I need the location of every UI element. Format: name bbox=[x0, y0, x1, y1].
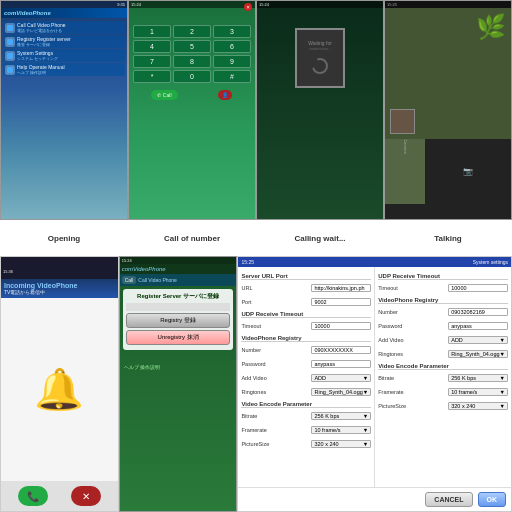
number-value[interactable]: 090XXXXXXXX bbox=[311, 346, 371, 354]
right-udp-title: UDP Receive Timeout bbox=[378, 273, 508, 280]
key-star[interactable]: * bbox=[133, 70, 171, 83]
incoming-title: Incoming VideoPhone bbox=[4, 282, 115, 289]
talking-sub: Camera 📷 bbox=[385, 139, 511, 204]
bell-icon: 🔔 bbox=[34, 366, 84, 413]
menu-item-registry[interactable]: Registry Register server 微登 サーバに登録 bbox=[3, 35, 125, 48]
right-timeout-label: Timeout bbox=[378, 285, 448, 291]
password-value[interactable]: anypass bbox=[311, 360, 371, 368]
port-value[interactable]: 9002 bbox=[311, 298, 371, 306]
right-addvideo-select[interactable]: ADD▼ bbox=[448, 336, 508, 344]
right-addvideo-label: Add Video bbox=[378, 337, 448, 343]
registry-logo: comVideoPhone bbox=[122, 266, 235, 272]
opening-logo: comVideoPhone bbox=[4, 10, 51, 16]
key-hash[interactable]: # bbox=[213, 70, 251, 83]
end-button[interactable]: 👤 bbox=[218, 90, 232, 100]
key-6[interactable]: 6 bbox=[213, 40, 251, 53]
registry-help: ヘルプ 操作説明 bbox=[120, 353, 237, 375]
right-framerate-select[interactable]: 10 frame/s▼ bbox=[448, 388, 508, 396]
timeout-label: Timeout bbox=[241, 323, 311, 329]
registry-url-field[interactable] bbox=[126, 303, 231, 311]
registry-unregister-button[interactable]: Unregistry 抹消 bbox=[126, 330, 231, 345]
registry-jp: 微登 サーバに登録 bbox=[17, 42, 71, 47]
url-value[interactable]: http://kinakins.jpn.ph bbox=[311, 284, 371, 292]
key-5[interactable]: 5 bbox=[173, 40, 211, 53]
keypad: 1 2 3 4 5 6 7 8 9 * 0 # bbox=[129, 22, 255, 86]
framerate-select[interactable]: 10 frame/s▼ bbox=[311, 426, 371, 434]
opening-app-header: comVideoPhone bbox=[1, 8, 127, 18]
menu-item-help[interactable]: Help Operate Manual ヘルプ 操作説明 bbox=[3, 63, 125, 76]
port-row: Port 9002 bbox=[241, 296, 371, 308]
right-ringtones-select[interactable]: Ring_Synth_04.ogg▼ bbox=[448, 350, 508, 358]
registry-register-button[interactable]: Registry 登録 bbox=[126, 313, 231, 328]
password-row: Password anypass bbox=[241, 358, 371, 370]
menu-item-system[interactable]: System Settings システム セッティング bbox=[3, 49, 125, 62]
reject-call-button[interactable]: ✕ bbox=[71, 486, 101, 506]
framerate-label: Framerate bbox=[241, 427, 311, 433]
key-1[interactable]: 1 bbox=[133, 25, 171, 38]
timeout-value[interactable]: 10000 bbox=[311, 322, 371, 330]
registry-panel: 15:24 comVideoPhone Call Call Video Phon… bbox=[119, 256, 238, 512]
right-number-value[interactable]: 09032082169 bbox=[448, 308, 508, 316]
addvideo-select[interactable]: ADD▼ bbox=[311, 374, 371, 382]
call-bar: ✆ Call 👤 bbox=[129, 88, 255, 102]
key-2[interactable]: 2 bbox=[173, 25, 211, 38]
wait-display: Waiting for connection... bbox=[295, 28, 345, 88]
key-9[interactable]: 9 bbox=[213, 55, 251, 68]
number-row: Number 090XXXXXXXX bbox=[241, 344, 371, 356]
registry-call-btn[interactable]: Call bbox=[122, 276, 137, 284]
right-password-value[interactable]: anypass bbox=[448, 322, 508, 330]
picturesize-select[interactable]: 320 x 240▼ bbox=[311, 440, 371, 448]
picturesize-label: PictureSize bbox=[241, 441, 311, 447]
right-bitrate-row: Bitrate 256 K bps▼ bbox=[378, 372, 508, 384]
key-0[interactable]: 0 bbox=[173, 70, 211, 83]
phone-icon bbox=[5, 23, 15, 33]
registry-form-title: Register Server サーバに登録 bbox=[126, 292, 231, 301]
right-picturesize-select[interactable]: 320 x 240▼ bbox=[448, 402, 508, 410]
system-jp: システム セッティング bbox=[17, 56, 58, 61]
accept-call-button[interactable]: 📞 bbox=[18, 486, 48, 506]
url-label: URL bbox=[241, 285, 311, 291]
label-call-of-number: Call of number bbox=[128, 234, 256, 243]
right-timeout-value[interactable]: 10000 bbox=[448, 284, 508, 292]
key-4[interactable]: 4 bbox=[133, 40, 171, 53]
camera-icon: 📷 bbox=[463, 167, 473, 176]
ringtones-label: Ringtones bbox=[241, 389, 311, 395]
call-button[interactable]: ✆ Call bbox=[151, 90, 177, 100]
menu-item-call[interactable]: Call Call Video Phone 電話 テレビ電話をかける bbox=[3, 21, 125, 34]
number-label: Number bbox=[241, 347, 311, 353]
right-password-label: Password bbox=[378, 323, 448, 329]
talking-screen: 15:25 🌿 Camera 📷 bbox=[384, 0, 512, 220]
incoming-panel: 15:36 Incoming VideoPhone TV電話から着信中 🔔 📞 … bbox=[0, 256, 119, 512]
right-timeout-row: Timeout 10000 bbox=[378, 282, 508, 294]
registry-status-bar: 15:24 bbox=[120, 257, 237, 264]
wait-text: Waiting for connection... bbox=[308, 40, 332, 77]
settings-header: 15:25 System settings bbox=[238, 257, 511, 267]
registry-header: comVideoPhone bbox=[120, 264, 237, 274]
right-vp-title: VideoPhone Registry bbox=[378, 297, 508, 304]
key-8[interactable]: 8 bbox=[173, 55, 211, 68]
right-framerate-row: Framerate 10 frame/s▼ bbox=[378, 386, 508, 398]
right-number-row: Number 09032082169 bbox=[378, 306, 508, 318]
label-talking: Talking bbox=[384, 234, 512, 243]
settings-title: System settings bbox=[473, 259, 508, 265]
incoming-status-bar: 15:36 bbox=[1, 257, 118, 279]
port-label: Port bbox=[241, 299, 311, 305]
settings-body: Server URL Port URL http://kinakins.jpn.… bbox=[238, 267, 511, 487]
top-section: 9:35 comVideoPhone Call Call Video Phone… bbox=[0, 0, 512, 256]
key-3[interactable]: 3 bbox=[213, 25, 251, 38]
ok-button[interactable]: OK bbox=[478, 492, 507, 507]
key-7[interactable]: 7 bbox=[133, 55, 171, 68]
cancel-button[interactable]: CANCEL bbox=[425, 492, 472, 507]
bitrate-select[interactable]: 256 K bps▼ bbox=[311, 412, 371, 420]
close-button[interactable]: ✕ bbox=[244, 3, 252, 11]
opening-status-bar: 9:35 bbox=[1, 1, 127, 8]
bitrate-label: Bitrate bbox=[241, 413, 311, 419]
right-bitrate-select[interactable]: 256 K bps▼ bbox=[448, 374, 508, 382]
call-jp: 電話 テレビ電話をかける bbox=[17, 28, 66, 33]
camera-label: Camera bbox=[403, 126, 408, 166]
wait-status-bar: 15:24 bbox=[257, 1, 383, 8]
server-icon bbox=[5, 37, 15, 47]
loading-icon bbox=[308, 56, 332, 77]
opening-menu: Call Call Video Phone 電話 テレビ電話をかける Regis… bbox=[1, 18, 127, 79]
ringtones-select[interactable]: Ring_Synth_04.ogg▼ bbox=[311, 388, 371, 396]
